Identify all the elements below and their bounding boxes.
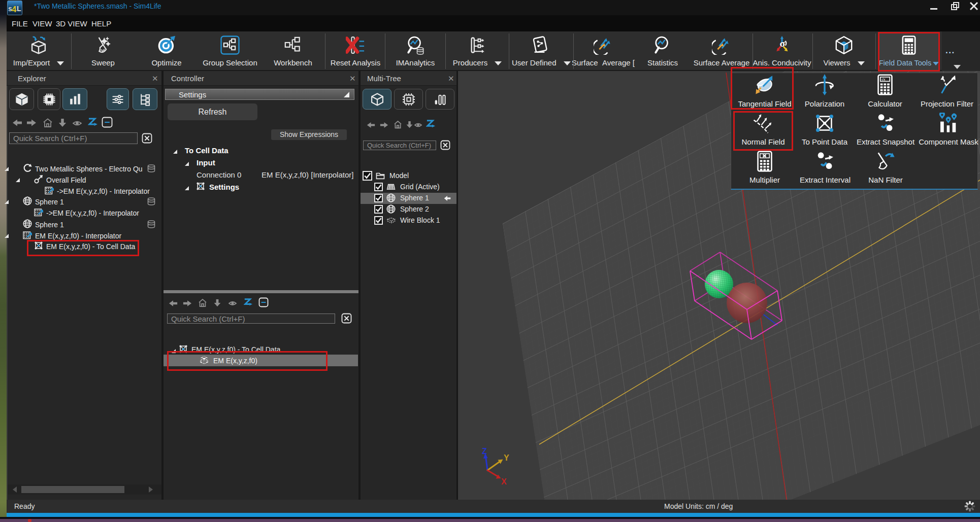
svg-text:√x: √x [881, 78, 886, 82]
svg-text:Y: Y [504, 454, 509, 462]
svg-text:σ: σ [779, 38, 785, 49]
svg-text:L: L [17, 5, 21, 13]
svg-text:4: 4 [12, 5, 17, 14]
svg-text:Z: Z [482, 447, 487, 456]
svg-text:X: X [501, 477, 507, 486]
